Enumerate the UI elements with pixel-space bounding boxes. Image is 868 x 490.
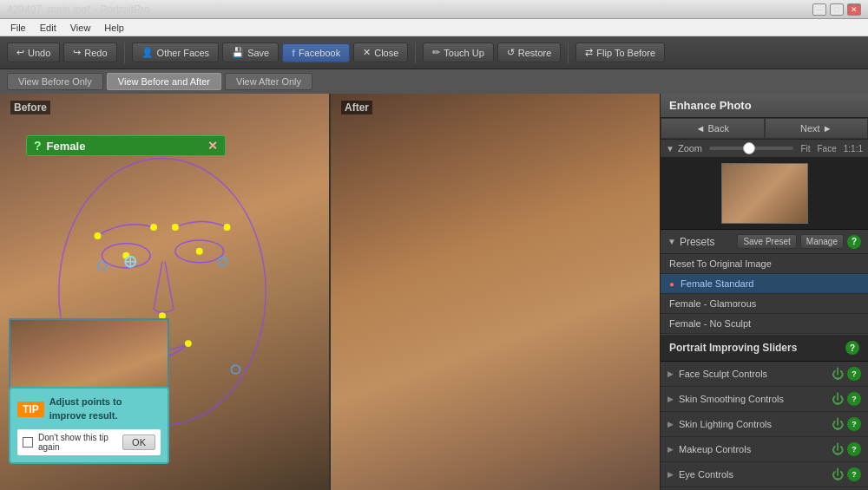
window-close-button[interactable]: ✕ <box>847 3 861 16</box>
slider-skin-lighting-power[interactable]: ⏻ <box>832 417 844 431</box>
redo-button[interactable]: ↪ Redo <box>63 42 116 62</box>
slider-face-sculpt-help[interactable]: ? <box>847 367 861 381</box>
slider-eye[interactable]: ▶ Eye Controls ⏻ ? <box>661 462 868 487</box>
slider-face-sculpt-power[interactable]: ⏻ <box>832 367 844 381</box>
zoom-fit-button[interactable]: Fit <box>800 144 810 154</box>
menu-view[interactable]: View <box>63 21 98 35</box>
close-icon: ✕ <box>363 47 371 58</box>
slider-skin-lighting[interactable]: ▶ Skin Lighting Controls ⏻ ? <box>661 412 868 437</box>
slider-makeup[interactable]: ▶ Makeup Controls ⏻ ? <box>661 437 868 462</box>
presets-header: ▼ Presets Save Preset Manage ? <box>661 230 868 254</box>
thumbnail-area <box>661 158 868 230</box>
titlebar: 429407_main.jpg* - PortraitPro ─ □ ✕ <box>0 0 868 19</box>
manage-presets-button[interactable]: Manage <box>800 234 844 249</box>
zoom-face-button[interactable]: Face <box>818 144 837 154</box>
zoom-label: Zoom <box>678 143 702 154</box>
save-button[interactable]: 💾 Save <box>222 42 279 62</box>
sep-3 <box>568 42 569 63</box>
presets-label: Presets <box>680 236 733 248</box>
slider-eye-help[interactable]: ? <box>847 467 861 481</box>
slider-makeup-help[interactable]: ? <box>847 442 861 456</box>
sep-2 <box>415 42 416 63</box>
close-button[interactable]: ✕ Close <box>353 42 408 62</box>
slider-eye-arrow: ▶ <box>667 470 674 479</box>
slider-skin-smoothing-help[interactable]: ? <box>847 392 861 406</box>
tip-text: Adjust points to improve result. <box>49 395 161 422</box>
slider-skin-lighting-arrow: ▶ <box>667 420 674 428</box>
restore-button[interactable]: ↺ Restore <box>497 42 562 62</box>
sliders-help-button[interactable]: ? <box>845 341 859 355</box>
preset-female-glamorous-label: Female - Glamorous <box>669 298 756 309</box>
gender-text: Female <box>47 140 86 153</box>
menubar: File Edit View Help <box>0 19 868 36</box>
slider-skin-lighting-help[interactable]: ? <box>847 417 861 431</box>
save-preset-button[interactable]: Save Preset <box>737 234 796 249</box>
slider-skin-lighting-label: Skin Lighting Controls <box>679 419 832 429</box>
preset-reset[interactable]: Reset To Original Image <box>661 254 868 274</box>
zoom-collapse-arrow[interactable]: ▼ <box>666 144 674 154</box>
preset-female-standard-label: Female Standard <box>681 278 753 289</box>
slider-eye-power[interactable]: ⏻ <box>832 467 844 481</box>
right-panel: Enhance Photo ◄ Back Next ► ▼ Zoom Fit F… <box>660 94 868 490</box>
flip-to-before-button[interactable]: ⇄ Flip To Before <box>575 42 665 62</box>
enhance-photo-header: Enhance Photo <box>661 94 868 118</box>
facebook-button[interactable]: f Facebook <box>282 43 350 62</box>
gender-question-icon: ? <box>34 139 42 153</box>
viewbar: View Before Only View Before and After V… <box>0 69 868 94</box>
other-faces-icon: 👤 <box>141 47 154 58</box>
nav-row: ◄ Back Next ► <box>661 118 868 140</box>
other-faces-button[interactable]: 👤 Other Faces <box>132 42 220 62</box>
preset-reset-label: Reset To Original Image <box>669 258 772 269</box>
presets-arrow[interactable]: ▼ <box>667 237 676 246</box>
slider-skin-smoothing-label: Skin Smoothing Controls <box>679 394 832 404</box>
sliders-header: Portrait Improving Sliders ? <box>661 334 868 362</box>
flip-icon: ⇄ <box>585 47 593 58</box>
tip-ok-button[interactable]: OK <box>122 434 155 450</box>
slider-skin-smoothing-arrow: ▶ <box>667 395 674 403</box>
slider-face-sculpt-label: Face Sculpt Controls <box>679 369 832 379</box>
back-button[interactable]: ◄ Back <box>661 118 765 139</box>
preset-female-standard[interactable]: ● Female Standard <box>661 274 868 294</box>
after-label: After <box>341 101 372 114</box>
tip-checkbox[interactable] <box>23 437 33 448</box>
slider-makeup-arrow: ▶ <box>667 445 674 454</box>
next-button[interactable]: Next ► <box>765 118 869 139</box>
view-after-only-button[interactable]: View After Only <box>225 73 312 90</box>
menu-file[interactable]: File <box>3 21 33 35</box>
maximize-button[interactable]: □ <box>830 3 844 16</box>
presets-help-button[interactable]: ? <box>847 235 861 249</box>
tip-box: TIP Adjust points to improve result. Don… <box>9 387 169 464</box>
thumbnail-box <box>721 163 808 224</box>
slider-face-sculpt-arrow: ▶ <box>667 369 674 378</box>
after-image <box>331 94 660 490</box>
slider-skin-smoothing[interactable]: ▶ Skin Smoothing Controls ⏻ ? <box>661 387 868 412</box>
slider-skin-smoothing-power[interactable]: ⏻ <box>832 392 844 406</box>
restore-icon: ↺ <box>507 47 515 58</box>
preset-female-no-sculpt[interactable]: Female - No Sculpt <box>661 314 868 334</box>
minimize-button[interactable]: ─ <box>812 3 826 16</box>
zoom-slider[interactable] <box>709 147 793 150</box>
image-area: Before ? Female ✕ <box>0 94 660 490</box>
slider-face-sculpt[interactable]: ▶ Face Sculpt Controls ⏻ ? <box>661 362 868 387</box>
enhance-title: Enhance Photo <box>669 99 752 112</box>
view-before-after-button[interactable]: View Before and After <box>107 73 221 90</box>
redo-icon: ↪ <box>73 47 81 58</box>
before-panel: Before ? Female ✕ <box>0 94 331 490</box>
sliders-title: Portrait Improving Sliders <box>669 342 797 354</box>
menu-edit[interactable]: Edit <box>33 21 63 35</box>
undo-button[interactable]: ↩ Undo <box>7 42 60 62</box>
thumbnail-face <box>722 164 807 223</box>
before-label: Before <box>10 101 50 114</box>
zoom-thumb[interactable] <box>743 142 755 154</box>
slider-makeup-label: Makeup Controls <box>679 444 832 454</box>
touch-up-button[interactable]: ✏ Touch Up <box>423 42 493 62</box>
titlebar-controls: ─ □ ✕ <box>812 3 861 16</box>
save-icon: 💾 <box>232 47 244 58</box>
zoom-value: 1:1:1 <box>844 144 863 154</box>
tip-header: TIP Adjust points to improve result. <box>17 395 161 422</box>
gender-close-button[interactable]: ✕ <box>207 139 218 153</box>
menu-help[interactable]: Help <box>97 21 131 35</box>
slider-makeup-power[interactable]: ⏻ <box>832 442 844 456</box>
preset-female-glamorous[interactable]: Female - Glamorous <box>661 294 868 314</box>
view-before-only-button[interactable]: View Before Only <box>7 73 103 90</box>
